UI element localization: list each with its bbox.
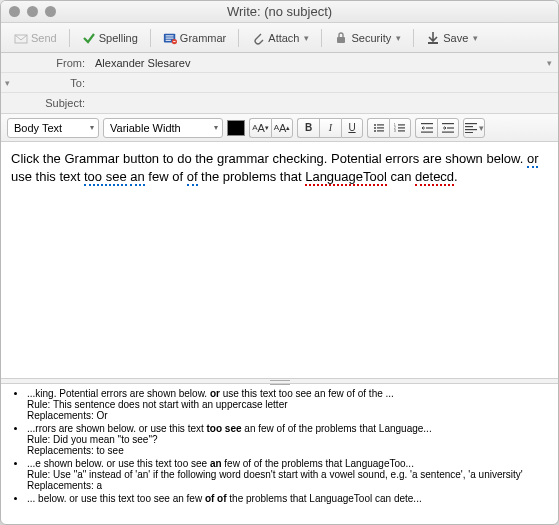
outdent-button[interactable] (415, 118, 437, 138)
splitter[interactable] (1, 378, 558, 384)
window-title: Write: (no subject) (1, 4, 558, 19)
body-text: . (454, 169, 458, 184)
issue-rule: Rule: Use "a" instead of 'an' if the fol… (27, 469, 550, 480)
font-size-group: AA▾ AA▴ (249, 118, 293, 138)
expand-icon[interactable]: ▾ (1, 78, 13, 88)
check-icon (82, 31, 96, 45)
chevron-down-icon: ▾ (304, 33, 309, 43)
spelling-button[interactable]: Spelling (75, 27, 145, 49)
grammar-label: Grammar (180, 32, 226, 44)
attach-button[interactable]: Attach ▾ (244, 27, 316, 49)
spelling-error: detecd (415, 169, 454, 186)
security-button[interactable]: Security ▾ (327, 27, 408, 49)
svg-rect-22 (426, 127, 433, 128)
compose-window: Write: (no subject) Send Spelling Gramma… (0, 0, 559, 525)
svg-point-9 (374, 124, 376, 126)
svg-rect-3 (165, 37, 173, 38)
issues-list: ...king. Potential errors are shown belo… (9, 388, 550, 504)
svg-rect-2 (165, 35, 173, 36)
issue-context: ...e shown below. or use this text too s… (27, 458, 414, 469)
bullet-list-button[interactable] (367, 118, 389, 138)
chevron-down-icon[interactable]: ▾ (540, 58, 558, 68)
main-toolbar: Send Spelling Grammar Attach ▾ Security … (1, 23, 558, 53)
save-button[interactable]: Save ▾ (419, 27, 485, 49)
number-list-button[interactable]: 123 (389, 118, 411, 138)
body-text: few of (145, 169, 187, 184)
issue-replacement: Replacements: to see (27, 445, 550, 456)
svg-point-11 (374, 127, 376, 129)
indent-button[interactable] (437, 118, 459, 138)
grammar-error: an (130, 169, 144, 186)
save-icon (426, 31, 440, 45)
issue-item[interactable]: ...rrors are shown below. or use this te… (27, 423, 550, 456)
attach-label: Attach (268, 32, 299, 44)
subject-row: Subject: (1, 93, 558, 113)
save-label: Save (443, 32, 468, 44)
font-increase-button[interactable]: AA▴ (271, 118, 293, 138)
issue-item[interactable]: ...king. Potential errors are shown belo… (27, 388, 550, 421)
svg-rect-7 (337, 37, 345, 43)
a-big-icon: A (258, 122, 265, 134)
issue-context: ...rrors are shown below. or use this te… (27, 423, 432, 434)
from-value[interactable]: Alexander Slesarev (91, 57, 540, 69)
font-decrease-button[interactable]: AA▾ (249, 118, 271, 138)
issue-rule: Rule: This sentence does not start with … (27, 399, 550, 410)
separator (238, 29, 239, 47)
chevron-down-icon: ▾ (473, 33, 478, 43)
underline-button[interactable]: U (341, 118, 363, 138)
body-text: Click the Grammar button to do the gramm… (11, 151, 527, 166)
issue-item[interactable]: ...e shown below. or use this text too s… (27, 458, 550, 491)
svg-rect-20 (398, 130, 405, 131)
issue-item[interactable]: ... below. or use this text too see an f… (27, 493, 550, 504)
issues-panel: ...king. Potential errors are shown belo… (1, 384, 558, 524)
grammar-error: too see (84, 169, 127, 186)
subject-label: Subject: (13, 97, 91, 109)
send-label: Send (31, 32, 57, 44)
security-label: Security (351, 32, 391, 44)
maximize-icon[interactable] (45, 6, 56, 17)
grammar-error: or (527, 151, 539, 168)
bold-button[interactable]: B (297, 118, 319, 138)
svg-rect-29 (465, 129, 477, 130)
italic-button[interactable]: I (319, 118, 341, 138)
minimize-icon[interactable] (27, 6, 38, 17)
traffic-lights (9, 6, 56, 17)
align-button[interactable]: ▾ (463, 118, 485, 138)
list-group: 123 (367, 118, 411, 138)
font-select[interactable]: Variable Width (103, 118, 223, 138)
svg-text:3: 3 (394, 129, 396, 133)
separator (69, 29, 70, 47)
paragraph-value: Body Text (14, 122, 62, 134)
body-text: the problems that (198, 169, 306, 184)
separator (321, 29, 322, 47)
svg-rect-24 (442, 123, 454, 124)
paragraph-select[interactable]: Body Text (7, 118, 99, 138)
chevron-down-icon: ▾ (479, 123, 484, 133)
message-headers: From: Alexander Slesarev ▾ ▾ To: Subject… (1, 53, 558, 114)
svg-rect-21 (421, 123, 433, 124)
from-label: From: (13, 57, 91, 69)
grammar-button[interactable]: Grammar (156, 27, 233, 49)
close-icon[interactable] (9, 6, 20, 17)
issue-context: ... below. or use this text too see an f… (27, 493, 422, 504)
svg-point-13 (374, 130, 376, 132)
chevron-down-icon: ▾ (396, 33, 401, 43)
svg-rect-4 (165, 39, 170, 40)
a-big-icon: A (279, 122, 286, 134)
svg-rect-23 (421, 131, 433, 132)
color-swatch[interactable] (227, 120, 245, 136)
from-row: From: Alexander Slesarev ▾ (1, 53, 558, 73)
message-body[interactable]: Click the Grammar button to do the gramm… (1, 142, 558, 378)
svg-rect-28 (465, 126, 473, 127)
issue-replacement: Replacements: a (27, 480, 550, 491)
send-button[interactable]: Send (7, 27, 64, 49)
svg-rect-30 (465, 132, 473, 133)
style-group: B I U (297, 118, 363, 138)
svg-rect-26 (442, 131, 454, 132)
issue-context: ...king. Potential errors are shown belo… (27, 388, 394, 399)
svg-rect-8 (428, 42, 438, 44)
paperclip-icon (251, 31, 265, 45)
svg-rect-27 (465, 123, 477, 124)
titlebar: Write: (no subject) (1, 1, 558, 23)
separator (150, 29, 151, 47)
